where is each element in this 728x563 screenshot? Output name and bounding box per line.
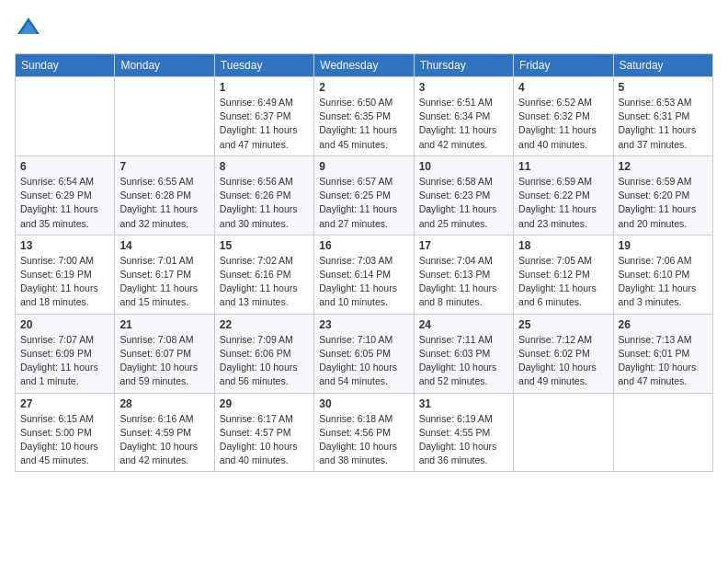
day-number: 1 (220, 81, 309, 94)
day-info: Sunrise: 7:09 AM Sunset: 6:06 PM Dayligh… (220, 333, 309, 389)
calendar-cell (514, 393, 613, 472)
day-number: 4 (518, 81, 608, 94)
calendar-cell: 12Sunrise: 6:59 AM Sunset: 6:20 PM Dayli… (613, 155, 712, 235)
day-info: Sunrise: 7:12 AM Sunset: 6:02 PM Dayligh… (518, 333, 608, 389)
day-info: Sunrise: 6:59 AM Sunset: 6:22 PM Dayligh… (518, 175, 608, 231)
day-number: 16 (319, 239, 408, 252)
calendar-cell: 16Sunrise: 7:03 AM Sunset: 6:14 PM Dayli… (314, 235, 414, 314)
day-number: 21 (119, 318, 209, 331)
day-number: 14 (119, 239, 209, 252)
calendar-cell: 9Sunrise: 6:57 AM Sunset: 6:25 PM Daylig… (314, 155, 414, 235)
calendar-table: SundayMondayTuesdayWednesdayThursdayFrid… (15, 53, 713, 472)
day-number: 6 (20, 160, 109, 173)
weekday-header: Monday (115, 54, 214, 77)
day-info: Sunrise: 7:06 AM Sunset: 6:10 PM Dayligh… (619, 254, 708, 310)
day-number: 3 (419, 81, 508, 94)
day-info: Sunrise: 7:10 AM Sunset: 6:05 PM Dayligh… (319, 333, 408, 389)
day-number: 13 (20, 239, 109, 252)
day-number: 20 (20, 318, 109, 331)
day-info: Sunrise: 6:18 AM Sunset: 4:56 PM Dayligh… (319, 412, 408, 468)
day-number: 30 (319, 397, 408, 410)
calendar-cell: 15Sunrise: 7:02 AM Sunset: 6:16 PM Dayli… (214, 235, 313, 314)
weekday-header: Thursday (414, 54, 513, 77)
day-number: 7 (119, 160, 209, 173)
day-info: Sunrise: 6:49 AM Sunset: 6:37 PM Dayligh… (220, 96, 309, 152)
day-info: Sunrise: 7:08 AM Sunset: 6:07 PM Dayligh… (119, 333, 209, 389)
calendar-cell: 26Sunrise: 7:13 AM Sunset: 6:01 PM Dayli… (613, 314, 712, 393)
calendar-week-row: 27Sunrise: 6:15 AM Sunset: 5:00 PM Dayli… (16, 393, 713, 472)
calendar-cell: 17Sunrise: 7:04 AM Sunset: 6:13 PM Dayli… (414, 235, 513, 314)
day-number: 28 (119, 397, 209, 410)
day-info: Sunrise: 6:16 AM Sunset: 4:59 PM Dayligh… (119, 412, 209, 468)
day-info: Sunrise: 7:05 AM Sunset: 6:12 PM Dayligh… (518, 254, 608, 310)
day-number: 10 (419, 160, 508, 173)
day-info: Sunrise: 7:03 AM Sunset: 6:14 PM Dayligh… (319, 254, 408, 310)
day-info: Sunrise: 6:57 AM Sunset: 6:25 PM Dayligh… (319, 175, 408, 231)
day-number: 23 (319, 318, 408, 331)
calendar-cell: 10Sunrise: 6:58 AM Sunset: 6:23 PM Dayli… (414, 155, 513, 235)
calendar-cell: 14Sunrise: 7:01 AM Sunset: 6:17 PM Dayli… (115, 235, 214, 314)
day-info: Sunrise: 6:17 AM Sunset: 4:57 PM Dayligh… (220, 412, 309, 468)
calendar-cell: 1Sunrise: 6:49 AM Sunset: 6:37 PM Daylig… (214, 77, 313, 156)
day-number: 2 (319, 81, 408, 94)
day-number: 11 (518, 160, 608, 173)
calendar-cell (115, 77, 214, 156)
day-number: 19 (619, 239, 708, 252)
day-info: Sunrise: 7:02 AM Sunset: 6:16 PM Dayligh… (220, 254, 309, 310)
weekday-header: Wednesday (314, 54, 414, 77)
day-info: Sunrise: 7:04 AM Sunset: 6:13 PM Dayligh… (419, 254, 508, 310)
calendar-cell: 3Sunrise: 6:51 AM Sunset: 6:34 PM Daylig… (414, 77, 513, 156)
calendar-cell: 25Sunrise: 7:12 AM Sunset: 6:02 PM Dayli… (514, 314, 613, 393)
calendar-cell: 2Sunrise: 6:50 AM Sunset: 6:35 PM Daylig… (314, 77, 414, 156)
day-info: Sunrise: 6:52 AM Sunset: 6:32 PM Dayligh… (518, 96, 608, 152)
calendar-week-row: 20Sunrise: 7:07 AM Sunset: 6:09 PM Dayli… (16, 314, 713, 393)
calendar-cell: 8Sunrise: 6:56 AM Sunset: 6:26 PM Daylig… (214, 155, 313, 235)
day-info: Sunrise: 6:58 AM Sunset: 6:23 PM Dayligh… (419, 175, 508, 231)
day-number: 25 (518, 318, 608, 331)
day-info: Sunrise: 6:19 AM Sunset: 4:55 PM Dayligh… (419, 412, 508, 468)
calendar-cell (613, 393, 712, 472)
calendar-week-row: 1Sunrise: 6:49 AM Sunset: 6:37 PM Daylig… (16, 77, 713, 156)
calendar-cell: 20Sunrise: 7:07 AM Sunset: 6:09 PM Dayli… (16, 314, 115, 393)
day-info: Sunrise: 7:01 AM Sunset: 6:17 PM Dayligh… (119, 254, 209, 310)
calendar-cell: 19Sunrise: 7:06 AM Sunset: 6:10 PM Dayli… (613, 235, 712, 314)
calendar-cell: 24Sunrise: 7:11 AM Sunset: 6:03 PM Dayli… (414, 314, 513, 393)
calendar-cell: 6Sunrise: 6:54 AM Sunset: 6:29 PM Daylig… (16, 155, 115, 235)
calendar-cell: 4Sunrise: 6:52 AM Sunset: 6:32 PM Daylig… (514, 77, 613, 156)
day-number: 22 (220, 318, 309, 331)
calendar-cell: 13Sunrise: 7:00 AM Sunset: 6:19 PM Dayli… (16, 235, 115, 314)
day-info: Sunrise: 7:13 AM Sunset: 6:01 PM Dayligh… (619, 333, 708, 389)
weekday-header: Sunday (16, 54, 115, 77)
weekday-header: Friday (514, 54, 613, 77)
day-number: 26 (619, 318, 708, 331)
calendar-cell: 28Sunrise: 6:16 AM Sunset: 4:59 PM Dayli… (115, 393, 214, 472)
day-number: 12 (619, 160, 708, 173)
weekday-header: Saturday (613, 54, 712, 77)
day-number: 31 (419, 397, 508, 410)
calendar-cell: 5Sunrise: 6:53 AM Sunset: 6:31 PM Daylig… (613, 77, 712, 156)
day-info: Sunrise: 6:59 AM Sunset: 6:20 PM Dayligh… (619, 175, 708, 231)
day-info: Sunrise: 6:54 AM Sunset: 6:29 PM Dayligh… (20, 175, 109, 231)
calendar-cell: 21Sunrise: 7:08 AM Sunset: 6:07 PM Dayli… (115, 314, 214, 393)
day-info: Sunrise: 6:51 AM Sunset: 6:34 PM Dayligh… (419, 96, 508, 152)
day-info: Sunrise: 6:53 AM Sunset: 6:31 PM Dayligh… (619, 96, 708, 152)
calendar-cell (16, 77, 115, 156)
calendar-cell: 22Sunrise: 7:09 AM Sunset: 6:06 PM Dayli… (214, 314, 313, 393)
day-number: 8 (220, 160, 309, 173)
calendar-cell: 23Sunrise: 7:10 AM Sunset: 6:05 PM Dayli… (314, 314, 414, 393)
calendar-cell: 30Sunrise: 6:18 AM Sunset: 4:56 PM Dayli… (314, 393, 414, 472)
calendar-cell: 11Sunrise: 6:59 AM Sunset: 6:22 PM Dayli… (514, 155, 613, 235)
calendar-week-row: 6Sunrise: 6:54 AM Sunset: 6:29 PM Daylig… (16, 155, 713, 235)
calendar-week-row: 13Sunrise: 7:00 AM Sunset: 6:19 PM Dayli… (16, 235, 713, 314)
logo-icon (15, 15, 42, 42)
day-number: 17 (419, 239, 508, 252)
day-number: 15 (220, 239, 309, 252)
page-header (15, 15, 713, 42)
day-number: 5 (619, 81, 708, 94)
weekday-header: Tuesday (214, 54, 313, 77)
day-info: Sunrise: 6:56 AM Sunset: 6:26 PM Dayligh… (220, 175, 309, 231)
day-number: 24 (419, 318, 508, 331)
day-info: Sunrise: 6:50 AM Sunset: 6:35 PM Dayligh… (319, 96, 408, 152)
calendar-cell: 31Sunrise: 6:19 AM Sunset: 4:55 PM Dayli… (414, 393, 513, 472)
day-number: 9 (319, 160, 408, 173)
